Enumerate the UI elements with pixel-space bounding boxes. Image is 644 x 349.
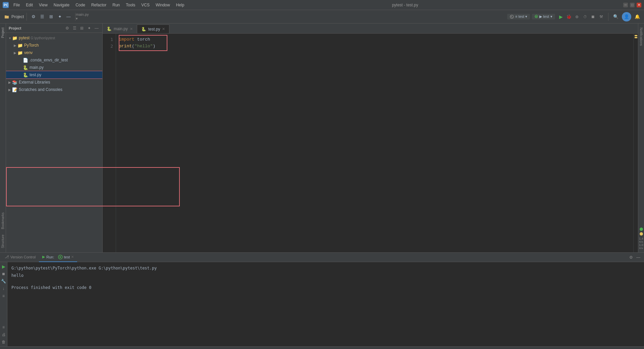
run-panel-content: ▶ ⏹ 🔧 ↓ ≡ ≡ 🖨 🗑 G:\python\pytest\PyTorch… xyxy=(0,262,644,346)
menu-tools[interactable]: Tools xyxy=(123,2,138,8)
coverage-button[interactable]: ⊛ xyxy=(573,13,581,20)
vcs-widget[interactable]: ≡ test ▾ xyxy=(507,14,530,19)
statusbar-encoding[interactable]: UTF-8 xyxy=(585,347,600,349)
panel-list-icon[interactable]: ☰ xyxy=(71,25,77,31)
run-wrench-icon[interactable]: 🔧 xyxy=(1,278,7,284)
editor-scrollbar[interactable] xyxy=(633,34,638,252)
run-restart-icon[interactable]: ▶ xyxy=(1,263,7,269)
run-output[interactable]: G:\python\pytest\PyTorch\python.exe G:\p… xyxy=(7,262,644,346)
tab-mainpy[interactable]: 🐍 main.py ✕ xyxy=(103,24,137,33)
minimize-icon[interactable]: — xyxy=(635,254,641,260)
tab-version-control[interactable]: ⎇ Version Control xyxy=(1,253,39,262)
tree-external-libraries[interactable]: ▶ 📚 External Libraries xyxy=(6,79,102,86)
menu-window[interactable]: Window xyxy=(153,2,173,8)
gear-icon-btn[interactable]: ✦ xyxy=(56,13,64,21)
notifications-icon[interactable]: 🔔 xyxy=(633,13,641,21)
folder-icon: 📁 xyxy=(17,50,23,55)
statusbar-services-item[interactable]: ◈ Services xyxy=(205,347,227,349)
line-number-2: 2 xyxy=(103,43,113,50)
run-scroll-down-icon[interactable]: ↓ xyxy=(1,286,7,292)
columns-icon-btn[interactable]: ⊞ xyxy=(47,13,55,21)
run-lines-icon[interactable]: ≡ xyxy=(1,293,7,299)
tree-testpy-file[interactable]: 🐍 test.py xyxy=(6,71,102,79)
notifications-tab[interactable]: Notifications xyxy=(639,25,644,48)
project-panel-header: Project ⚙ ☰ ⊞ ✦ — xyxy=(6,23,102,33)
run-stop-icon[interactable]: ⏹ xyxy=(1,271,7,277)
menu-help[interactable]: Help xyxy=(173,2,187,8)
sidebar-project-tab[interactable]: Project xyxy=(0,26,5,39)
tree-root-pytest[interactable]: ▾ 📁 pytest G:\python\pytest xyxy=(6,34,102,42)
run-tab-close-icon[interactable]: ✕ xyxy=(71,255,74,259)
list-icon-btn[interactable]: ☰ xyxy=(38,13,46,21)
toolbar: Project ⚙ ☰ ⊞ ✦ — main.py ▾ ≡ test ▾ ▶ t… xyxy=(0,10,644,23)
maximize-button[interactable]: □ xyxy=(630,3,635,7)
panel-columns-icon[interactable]: ⊞ xyxy=(79,25,85,31)
statusbar-python-packages-item[interactable]: 🐍 Python Packages xyxy=(56,347,95,349)
menu-file[interactable]: File xyxy=(11,2,22,8)
panel-settings-icon[interactable]: ⚙ xyxy=(64,25,70,31)
statusbar-line-ending[interactable]: CRLF xyxy=(572,347,585,349)
run-trash-icon[interactable]: 🗑 xyxy=(1,339,7,345)
menu-refactor[interactable]: Refactor xyxy=(89,2,109,8)
tab-mainpy-close-icon[interactable]: ✕ xyxy=(130,27,133,31)
menu-navigate[interactable]: Navigate xyxy=(51,2,72,8)
titlebar-left: PC File Edit View Navigate Code Refactor… xyxy=(3,2,187,8)
tree-pytorch-folder[interactable]: ▶ 📁 PyTorch xyxy=(6,42,102,49)
user-avatar[interactable]: 👤 xyxy=(622,12,631,21)
statusbar-vc-item[interactable]: ⎇ Version Control xyxy=(3,347,38,349)
statusbar-todo-item[interactable]: ☑ TODO xyxy=(97,347,117,349)
menu-edit[interactable]: Edit xyxy=(23,2,36,8)
menu-view[interactable]: View xyxy=(36,2,50,8)
tree-scratches[interactable]: ▶ 📝 Scratches and Consoles xyxy=(6,86,102,93)
tab-testpy[interactable]: 🐍 test.py ✕ xyxy=(137,24,169,33)
run-config-widget[interactable]: ▶ test ▾ xyxy=(532,14,555,19)
menu-vcs[interactable]: VCS xyxy=(139,2,152,8)
minus-icon-btn[interactable]: — xyxy=(64,13,72,21)
menu-run[interactable]: Run xyxy=(110,2,122,8)
statusbar-python-console-item[interactable]: ≫ Python Console xyxy=(119,347,154,349)
statusbar-problems-item[interactable]: ⚠ Problems xyxy=(156,347,180,349)
settings-icon-btn[interactable]: ⚙ xyxy=(30,13,38,21)
settings-gear-icon[interactable]: ⚙ xyxy=(628,254,634,260)
profile-button[interactable]: ⏱ xyxy=(581,13,589,20)
panel-gear-icon[interactable]: ✦ xyxy=(86,25,92,31)
tree-conda-file[interactable]: 📄 .conda_envs_dir_test xyxy=(6,56,102,64)
statusbar-terminal-item[interactable]: ▪ Terminal xyxy=(182,347,203,349)
structure-sidebar-tab[interactable]: Structure xyxy=(0,233,5,250)
python-icon: 🐍 xyxy=(107,27,112,31)
net-stat-unit2: K/s xyxy=(639,247,643,250)
search-everywhere-icon[interactable]: 🔍 xyxy=(612,13,620,21)
run-lines2-icon[interactable]: ≡ xyxy=(1,324,7,330)
build-button[interactable]: ⚒ xyxy=(597,13,605,20)
bookmarks-sidebar-tab[interactable]: Bookmarks xyxy=(0,211,5,231)
stop-button[interactable]: ⏹ xyxy=(589,13,597,20)
panel-minus-icon[interactable]: — xyxy=(94,25,100,31)
tree-conda-label: .conda_envs_dir_test xyxy=(30,58,68,62)
line-numbers: 1 2 xyxy=(103,34,116,252)
project-icon-btn[interactable] xyxy=(3,13,11,21)
code-area[interactable]: import torch print("hello") xyxy=(116,34,633,252)
status-dot-yellow xyxy=(640,232,643,236)
line-number-1: 1 xyxy=(103,36,113,43)
statusbar-indent[interactable]: 4 spaces xyxy=(600,347,619,349)
tab-testpy-label: test.py xyxy=(148,27,160,32)
statusbar-interpreter[interactable]: PyTorch (2) xyxy=(619,347,641,349)
toolbar-nav-section: ⚙ ☰ ⊞ ✦ — xyxy=(30,13,72,21)
minimize-button[interactable]: ─ xyxy=(623,3,628,7)
run-print-icon[interactable]: 🖨 xyxy=(1,332,7,338)
menu-code[interactable]: Code xyxy=(73,2,88,8)
run-button[interactable]: ▶ xyxy=(557,13,565,20)
project-panel: Project ⚙ ☰ ⊞ ✦ — ▾ 📁 pytest G:\python\p… xyxy=(6,23,103,252)
statusbar-run-item[interactable]: ▶ Run xyxy=(40,347,54,349)
run-output-exit: Process finished with exit code 0 xyxy=(11,284,640,291)
tab-run[interactable]: ▶ Run: test ✕ xyxy=(39,253,77,262)
python-file-icon: 🐍 xyxy=(23,65,28,70)
file-tab-icon[interactable]: main.py ▾ xyxy=(78,13,86,21)
tree-venv-folder[interactable]: ▶ 📁 venv xyxy=(6,49,102,56)
toolbar-project-section: Project xyxy=(3,13,24,21)
statusbar-warnings-count[interactable]: ▲ 1 ▲ 1 ▾ xyxy=(546,347,572,349)
tab-testpy-close-icon[interactable]: ✕ xyxy=(162,27,165,31)
tree-mainpy-file[interactable]: 🐍 main.py xyxy=(6,64,102,71)
debug-button[interactable]: 🐞 xyxy=(565,13,573,20)
close-button[interactable]: ✕ xyxy=(637,3,641,7)
